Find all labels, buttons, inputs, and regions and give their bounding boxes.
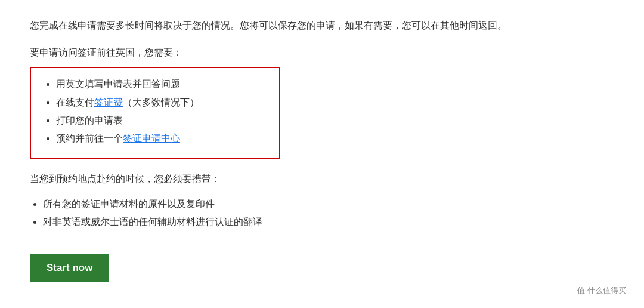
item-text-before: 预约并前往一个 [56,133,123,143]
requirement-text: 所有您的签证申请材料的原件以及复印件 [43,199,215,209]
item-text-before: 在线支付 [56,97,94,107]
requirements-list: 所有您的签证申请材料的原件以及复印件 对非英语或威尔士语的任何辅助材料进行认证的… [30,196,614,230]
watermark: 值 什么值得买 [577,285,626,297]
item-text-after: （大多数情况下） [123,97,199,107]
highlighted-requirements-box: 用英文填写申请表并回答问题 在线支付签证费（大多数情况下） 打印您的申请表 预约… [30,67,280,158]
section-heading: 要申请访问签证前往英国，您需要： [30,45,614,60]
list-item: 对非英语或威尔士语的任何辅助材料进行认证的翻译 [43,214,614,230]
list-item: 预约并前往一个签证申请中心 [56,131,267,146]
list-item: 所有您的签证申请材料的原件以及复印件 [43,196,614,212]
visa-fee-link[interactable]: 签证费 [94,97,123,107]
list-item: 打印您的申请表 [56,113,267,128]
start-now-button[interactable]: Start now [30,254,109,282]
list-item: 用英文填写申请表并回答问题 [56,76,267,92]
appointment-heading: 当您到预约地点赴约的时候，您必须要携带： [30,172,614,187]
item-text: 打印您的申请表 [56,115,123,125]
highlighted-list: 用英文填写申请表并回答问题 在线支付签证费（大多数情况下） 打印您的申请表 预约… [43,76,267,146]
visa-center-link[interactable]: 签证申请中心 [123,133,180,143]
intro-paragraph: 您完成在线申请需要多长时间将取决于您的情况。您将可以保存您的申请，如果有需要，您… [30,18,614,33]
requirement-text: 对非英语或威尔士语的任何辅助材料进行认证的翻译 [43,217,262,227]
list-item: 在线支付签证费（大多数情况下） [56,95,267,110]
item-text: 用英文填写申请表并回答问题 [56,79,180,89]
